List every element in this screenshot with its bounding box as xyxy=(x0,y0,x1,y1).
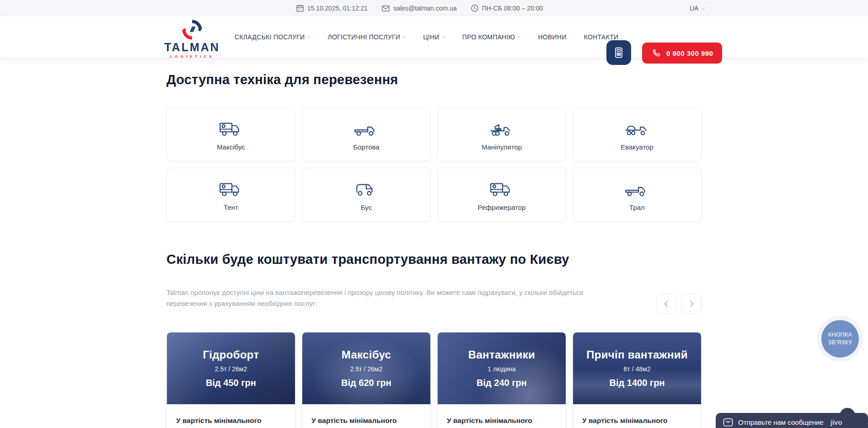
main-nav: СКЛАДСЬКІ ПОСЛУГИ ЛОГІСТИЧНІ ПОСЛУГИ ЦІН… xyxy=(235,16,618,57)
nav-warehouse-services[interactable]: СКЛАДСЬКІ ПОСЛУГИ xyxy=(235,33,310,41)
hours-text: ПН-СБ 08:00 – 20:00 xyxy=(482,5,543,12)
callback-button[interactable]: КНОПКА ЗВ'ЯЗКУ xyxy=(817,316,863,362)
nav-label: КОНТАКТИ xyxy=(584,33,619,41)
pricing-description: Talman пропонує доступні ціни на вантажо… xyxy=(166,287,589,309)
price-card-note: У вартість мінімального замовлення за 45… xyxy=(176,415,286,428)
refrigerator-truck-icon xyxy=(488,181,515,198)
nav-label: НОВИНИ xyxy=(538,33,566,41)
vehicle-card-lowboy[interactable]: Трал xyxy=(573,168,702,222)
lowboy-trailer-icon xyxy=(624,181,650,198)
vehicle-label: Трал xyxy=(629,203,645,211)
price-card-note: У вартість мінімального замовлення за 45… xyxy=(311,415,421,428)
price-card-hydroboard[interactable]: Гідроборт 2.5т / 26м2 Від 450 грн У варт… xyxy=(166,332,295,428)
vehicle-label: Евакуатор xyxy=(621,143,654,151)
vehicle-card-van[interactable]: Бус xyxy=(302,168,431,222)
logo-title: TALMAN xyxy=(164,41,220,54)
chat-envelope-icon xyxy=(723,418,733,427)
price-card-price: Від 240 грн xyxy=(477,378,527,388)
nav-label: ЛОГІСТИЧНІ ПОСЛУГИ xyxy=(327,33,400,41)
price-card-price: Від 1400 грн xyxy=(610,378,665,388)
price-card-price: Від 450 грн xyxy=(206,378,256,388)
vehicle-label: Бус xyxy=(361,203,372,211)
price-card-title: Причіп вантажний xyxy=(586,348,688,361)
nav-prices[interactable]: ЦІНИ xyxy=(423,33,445,41)
price-card-image: Вантажники 1 людина Від 240 грн xyxy=(438,332,566,404)
tow-truck-icon xyxy=(624,121,650,137)
phone-icon xyxy=(651,48,661,58)
nav-contacts[interactable]: КОНТАКТИ xyxy=(584,33,619,41)
chevron-down-icon xyxy=(517,34,521,37)
language-selector[interactable]: UA xyxy=(677,0,705,16)
pricing-section-title: Скільки буде коштувати транспортування в… xyxy=(166,252,702,267)
phone-number: 0 800 300 990 xyxy=(666,49,713,57)
price-card-image: Гідроборт 2.5т / 26м2 Від 450 грн xyxy=(167,332,295,404)
working-hours: ПН-СБ 08:00 – 20:00 xyxy=(471,4,543,12)
price-card-spec: 2.5т / 26м2 xyxy=(350,365,383,373)
crane-truck-icon xyxy=(488,121,515,137)
price-card-title: Вантажники xyxy=(468,348,535,361)
logo[interactable]: TALMAN LOGISTICS xyxy=(161,19,223,59)
calculator-icon xyxy=(612,46,625,59)
email-link[interactable]: sales@talman.com.ua xyxy=(381,4,457,12)
language-code: UA xyxy=(690,5,698,12)
datetime: 15.10.2025, 01:12:21 xyxy=(296,4,368,12)
vehicle-label: Рефрижератор xyxy=(478,203,526,211)
nav-label: СКЛАДСЬКІ ПОСЛУГИ xyxy=(235,33,305,41)
chevron-down-icon xyxy=(402,34,406,37)
chat-widget-bar[interactable]: Отправьте нам сообщение jivo xyxy=(716,413,868,428)
price-card-title: Максібус xyxy=(342,348,391,361)
price-card-note: У вартість мінімального замовлення за 45… xyxy=(447,415,557,428)
price-card-maxibus[interactable]: Максібус 2.5т / 26м2 Від 620 грн У варті… xyxy=(302,332,431,428)
vehicle-card-flatbed[interactable]: Бортова xyxy=(302,107,431,161)
vehicles-section-title: Доступна техніка для перевезення xyxy=(166,72,702,87)
price-card-spec: 6т / 48м2 xyxy=(624,365,651,373)
vehicle-card-tent[interactable]: Тент xyxy=(166,168,295,222)
carousel-prev-button[interactable] xyxy=(656,294,677,314)
logo-subtitle: LOGISTICS xyxy=(170,54,214,59)
vehicles-grid: Максібус Бортова Маніпулятор Евакуатор Т… xyxy=(166,107,702,222)
chevron-left-icon xyxy=(664,301,670,307)
vehicle-card-refrigerator[interactable]: Рефрижератор xyxy=(437,168,566,222)
envelope-icon xyxy=(381,4,390,12)
topbar: 15.10.2025, 01:12:21 sales@talman.com.ua… xyxy=(0,0,868,16)
clock-icon xyxy=(471,4,479,12)
callback-label-line1: КНОПКА xyxy=(828,331,852,339)
nav-news[interactable]: НОВИНИ xyxy=(538,33,566,41)
flatbed-truck-icon xyxy=(353,121,380,137)
carousel-next-button[interactable] xyxy=(681,294,702,314)
chevron-down-icon xyxy=(307,34,311,37)
carousel-arrows xyxy=(656,294,702,314)
chevron-down-icon xyxy=(442,34,445,37)
price-card-loaders[interactable]: Вантажники 1 людина Від 240 грн У вартіс… xyxy=(437,332,566,428)
price-card-spec: 1 людина xyxy=(488,365,516,373)
price-card-note: У вартість мінімального замовлення за 45… xyxy=(582,415,692,428)
vehicle-card-maxibus[interactable]: Максібус xyxy=(166,107,295,161)
email-text: sales@talman.com.ua xyxy=(393,5,457,12)
talman-logo-icon xyxy=(182,19,203,40)
vehicle-card-crane[interactable]: Маніпулятор xyxy=(437,107,566,161)
vehicle-label: Максібус xyxy=(217,143,245,151)
price-card-cargo-trailer[interactable]: Причіп вантажний 6т / 48м2 Від 1400 грн … xyxy=(573,332,702,428)
chat-label: Отправьте нам сообщение xyxy=(738,418,824,426)
price-card-image: Максібус 2.5т / 26м2 Від 620 грн xyxy=(302,332,430,404)
ukraine-flag-icon xyxy=(677,5,686,11)
jivo-logo: jivo xyxy=(830,418,842,426)
datetime-text: 15.10.2025, 01:12:21 xyxy=(307,5,368,12)
vehicle-label: Тент xyxy=(224,203,238,211)
calendar-icon xyxy=(296,4,304,12)
site-header: TALMAN LOGISTICS СКЛАДСЬКІ ПОСЛУГИ ЛОГІС… xyxy=(0,16,868,57)
calculator-button[interactable] xyxy=(606,40,631,65)
vehicle-card-tow[interactable]: Евакуатор xyxy=(573,107,702,161)
phone-call-button[interactable]: 0 800 300 990 xyxy=(642,43,722,64)
nav-label: ПРО КОМПАНІЮ xyxy=(462,33,515,41)
tent-truck-icon xyxy=(218,181,244,198)
nav-label: ЦІНИ xyxy=(423,33,439,41)
nav-logistics-services[interactable]: ЛОГІСТИЧНІ ПОСЛУГИ xyxy=(327,33,406,41)
pricing-cards: Гідроборт 2.5т / 26м2 Від 450 грн У варт… xyxy=(166,332,702,428)
chevron-right-icon xyxy=(687,301,693,307)
chevron-down-icon xyxy=(701,5,706,10)
nav-about[interactable]: ПРО КОМПАНІЮ xyxy=(462,33,521,41)
van-icon xyxy=(353,181,380,198)
price-card-image: Причіп вантажний 6т / 48м2 Від 1400 грн xyxy=(573,332,701,404)
price-card-price: Від 620 грн xyxy=(341,378,391,388)
